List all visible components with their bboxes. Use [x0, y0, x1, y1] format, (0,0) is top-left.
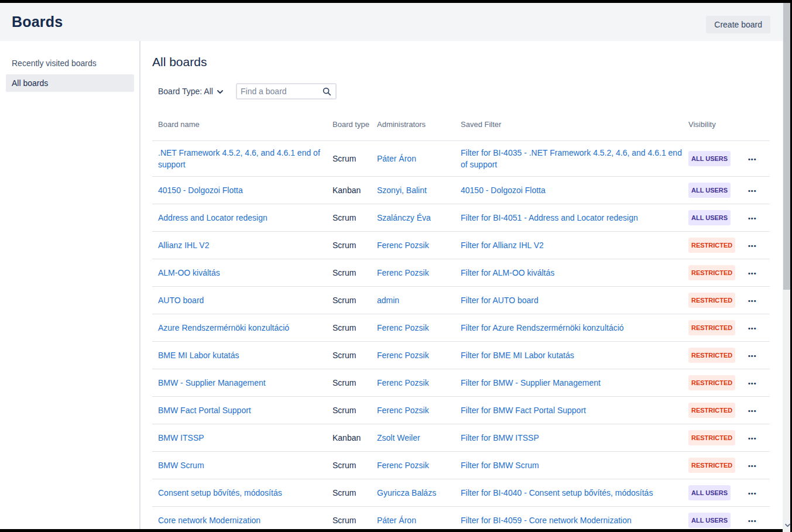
- find-board-searchbox: [236, 83, 337, 99]
- visibility-badge: RESTRICTED: [688, 348, 735, 363]
- saved-filter-link[interactable]: Filter for BI-4035 - .NET Framework 4.5.…: [461, 148, 682, 169]
- table-row: .NET Framework 4.5.2, 4.6, and 4.6.1 end…: [152, 140, 770, 176]
- board-name-link[interactable]: Consent setup bővítés, módosítás: [158, 488, 282, 497]
- table-row: ALM-OO kiváltás Scrum Ferenc Pozsik Filt…: [152, 259, 770, 286]
- saved-filter-link[interactable]: Filter for BI-4051 - Address and Locator…: [461, 213, 638, 222]
- administrator-link[interactable]: Ferenc Pozsik: [377, 351, 429, 360]
- row-actions-button ellipsis-icon[interactable]: •••: [748, 490, 757, 497]
- administrator-link[interactable]: Ferenc Pozsik: [377, 406, 429, 415]
- administrator-link[interactable]: Páter Áron: [377, 154, 416, 163]
- row-actions-button ellipsis-icon[interactable]: •••: [748, 325, 757, 332]
- saved-filter-link[interactable]: Filter for Azure Rendszermérnöki konzult…: [461, 323, 624, 332]
- board-name-link[interactable]: Address and Locator redesign: [158, 213, 268, 222]
- row-actions-button ellipsis-icon[interactable]: •••: [748, 407, 757, 414]
- board-name-link[interactable]: Azure Rendszermérnöki konzultáció: [158, 323, 289, 332]
- board-type-dropdown[interactable]: Board Type: All: [158, 87, 223, 96]
- board-name-link[interactable]: Allianz IHL V2: [158, 241, 209, 250]
- visibility-badge: RESTRICTED: [688, 238, 735, 253]
- table-row: AUTO board Scrum admin Filter for AUTO b…: [152, 286, 770, 314]
- column-header-saved-filter: Saved Filter: [461, 111, 688, 140]
- saved-filter-link[interactable]: Filter for BMW Fact Portal Support: [461, 406, 586, 415]
- board-name-link[interactable]: Core network Modernization: [158, 516, 260, 525]
- row-actions-button ellipsis-icon[interactable]: •••: [748, 297, 757, 304]
- board-type-cell: Kanban: [332, 424, 377, 451]
- row-actions-button ellipsis-icon[interactable]: •••: [748, 352, 757, 359]
- saved-filter-link[interactable]: Filter for BMW - Supplier Management: [461, 378, 601, 387]
- board-type-cell: Scrum: [332, 341, 377, 369]
- board-name-link[interactable]: .NET Framework 4.5.2, 4.6, and 4.6.1 end…: [158, 148, 320, 169]
- administrator-link[interactable]: Ferenc Pozsik: [377, 268, 429, 277]
- create-board-button[interactable]: Create board: [706, 16, 770, 33]
- board-name-link[interactable]: AUTO board: [158, 296, 204, 305]
- table-header-row: Board name Board type Administrators Sav…: [152, 111, 770, 140]
- administrator-link[interactable]: Zsolt Weiler: [377, 433, 420, 442]
- table-row: BME MI Labor kutatás Scrum Ferenc Pozsik…: [152, 341, 770, 369]
- row-actions-button ellipsis-icon[interactable]: •••: [748, 215, 757, 222]
- table-row: 40150 - Dolgozoi Flotta Kanban Szonyi, B…: [152, 176, 770, 204]
- row-actions-button ellipsis-icon[interactable]: •••: [748, 156, 757, 163]
- saved-filter-link[interactable]: Filter for ALM-OO kiváltás: [461, 268, 554, 277]
- saved-filter-link[interactable]: Filter for BME MI Labor kutatás: [461, 351, 574, 360]
- row-actions-button ellipsis-icon[interactable]: •••: [748, 380, 757, 387]
- board-name-link[interactable]: ALM-OO kiváltás: [158, 268, 220, 277]
- administrator-link[interactable]: Ferenc Pozsik: [377, 461, 429, 470]
- administrator-link[interactable]: Páter Áron: [377, 516, 416, 525]
- search-icon: [323, 87, 335, 96]
- board-type-cell: Scrum: [332, 396, 377, 424]
- table-row: Azure Rendszermérnöki konzultáció Scrum …: [152, 314, 770, 341]
- search-input[interactable]: [237, 87, 323, 96]
- chevron-down-icon: [217, 87, 223, 96]
- board-name-link[interactable]: BMW Scrum: [158, 461, 204, 470]
- row-actions-button ellipsis-icon[interactable]: •••: [748, 270, 757, 277]
- column-header-administrators: Administrators: [377, 111, 461, 140]
- table-row: Allianz IHL V2 Scrum Ferenc Pozsik Filte…: [152, 231, 770, 259]
- visibility-badge: RESTRICTED: [688, 265, 735, 280]
- board-name-link[interactable]: BMW Fact Portal Support: [158, 406, 251, 415]
- saved-filter-link[interactable]: Filter for AUTO board: [461, 296, 539, 305]
- page-title: Boards: [12, 13, 63, 30]
- board-name-link[interactable]: BMW - Supplier Management: [158, 378, 266, 387]
- board-type-cell: Scrum: [332, 231, 377, 259]
- administrator-link[interactable]: Ferenc Pozsik: [377, 241, 429, 250]
- column-header-actions: [748, 111, 770, 140]
- saved-filter-link[interactable]: Filter for BMW ITSSP: [461, 433, 539, 442]
- visibility-badge: RESTRICTED: [688, 375, 735, 390]
- board-name-link[interactable]: BMW ITSSP: [158, 433, 204, 442]
- saved-filter-link[interactable]: Filter for Allianz IHL V2: [461, 241, 544, 250]
- row-actions-button ellipsis-icon[interactable]: •••: [748, 435, 757, 442]
- window-edge-bottom: [0, 529, 783, 532]
- sidebar: Recently visited boards All boards: [0, 41, 140, 529]
- saved-filter-link[interactable]: 40150 - Dolgozoi Flotta: [461, 186, 546, 195]
- visibility-badge: RESTRICTED: [688, 293, 735, 308]
- administrator-link[interactable]: Szalánczy Éva: [377, 213, 431, 222]
- column-header-board-type: Board type: [332, 111, 377, 140]
- board-name-link[interactable]: BME MI Labor kutatás: [158, 351, 239, 360]
- window-edge-top: [0, 0, 792, 3]
- table-row: Address and Locator redesign Scrum Szalá…: [152, 204, 770, 231]
- visibility-badge: RESTRICTED: [688, 430, 735, 445]
- row-actions-button ellipsis-icon[interactable]: •••: [748, 242, 757, 249]
- board-name-link[interactable]: 40150 - Dolgozoi Flotta: [158, 186, 243, 195]
- board-type-cell: Scrum: [332, 204, 377, 231]
- visibility-badge: RESTRICTED: [688, 403, 735, 418]
- row-actions-button ellipsis-icon[interactable]: •••: [748, 462, 757, 469]
- row-actions-button ellipsis-icon[interactable]: •••: [748, 187, 757, 194]
- sidebar-item-recently-visited: Recently visited boards: [12, 59, 139, 68]
- table-row: BMW ITSSP Kanban Zsolt Weiler Filter for…: [152, 424, 770, 451]
- board-type-cell: Scrum: [332, 369, 377, 396]
- table-row: BMW - Supplier Management Scrum Ferenc P…: [152, 369, 770, 396]
- sidebar-item-all-boards[interactable]: All boards: [6, 74, 134, 92]
- row-actions-button ellipsis-icon[interactable]: •••: [748, 517, 757, 524]
- saved-filter-link[interactable]: Filter for BMW Scrum: [461, 461, 539, 470]
- table-row: Core network Modernization Scrum Páter Á…: [152, 506, 770, 532]
- board-type-cell: Scrum: [332, 451, 377, 479]
- board-type-cell: Scrum: [332, 479, 377, 506]
- administrator-link[interactable]: Szonyi, Balint: [377, 186, 427, 195]
- administrator-link[interactable]: admin: [377, 296, 399, 305]
- administrator-link[interactable]: Ferenc Pozsik: [377, 378, 429, 387]
- administrator-link[interactable]: Ferenc Pozsik: [377, 323, 429, 332]
- app-header: Boards Create board: [0, 3, 783, 41]
- saved-filter-link[interactable]: Filter for BI-4040 - Consent setup bővít…: [461, 488, 653, 497]
- saved-filter-link[interactable]: Filter for BI-4059 - Core network Modern…: [461, 516, 632, 525]
- administrator-link[interactable]: Gyuricza Balázs: [377, 488, 436, 497]
